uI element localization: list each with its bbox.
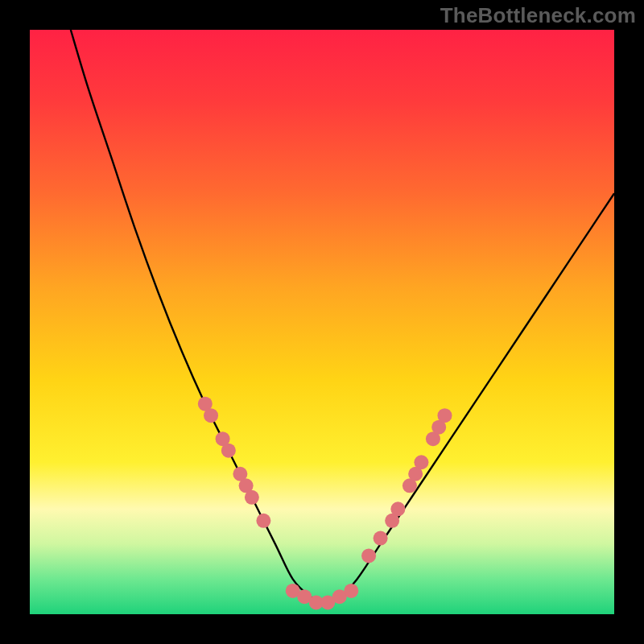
data-marker (437, 408, 452, 423)
plot-area (30, 30, 614, 614)
data-marker (221, 444, 236, 458)
gradient-background (30, 30, 614, 614)
data-marker (390, 502, 405, 516)
data-marker (344, 584, 358, 598)
chart-frame: TheBottleneck.com (0, 0, 644, 644)
chart-svg (30, 30, 614, 614)
data-marker (361, 548, 376, 563)
data-marker (374, 531, 388, 546)
data-marker (245, 490, 259, 505)
data-marker (204, 408, 218, 423)
watermark-text: TheBottleneck.com (440, 3, 636, 28)
data-marker (414, 455, 428, 469)
data-marker (256, 514, 270, 528)
